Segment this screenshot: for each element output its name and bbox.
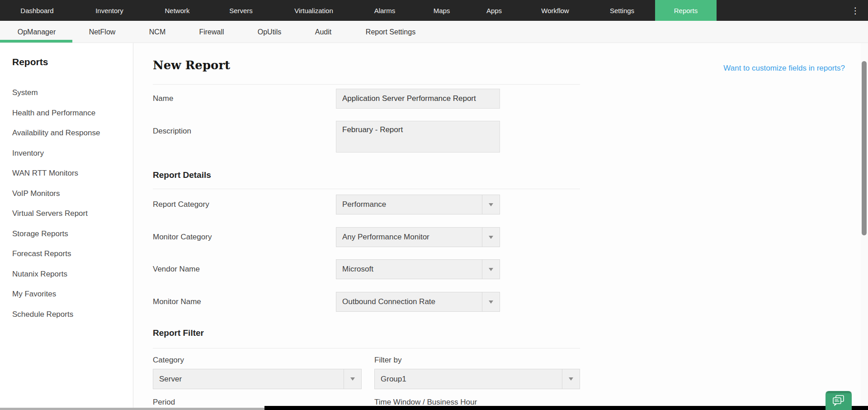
- reports-sidebar: Reports System Health and Performance Av…: [0, 43, 133, 410]
- sidebar-item-my-favorites[interactable]: My Favorites: [0, 284, 133, 305]
- sidebar-item-system[interactable]: System: [0, 83, 133, 103]
- vendor-name-dropdown[interactable]: Microsoft: [336, 259, 500, 279]
- page-title: New Report: [153, 58, 230, 72]
- period-label: Period: [153, 397, 175, 407]
- top-navbar: Dashboard Inventory Network Servers Virt…: [0, 0, 868, 21]
- monitor-category-dropdown[interactable]: Any Performance Monitor: [336, 227, 500, 247]
- nav-item-network[interactable]: Network: [165, 0, 189, 21]
- sidebar-item-inventory[interactable]: Inventory: [0, 143, 133, 164]
- category-label: Category: [153, 355, 184, 365]
- nav-item-dashboard[interactable]: Dashboard: [20, 0, 53, 21]
- report-details-heading: Report Details: [153, 170, 211, 180]
- nav-item-virtualization[interactable]: Virtualization: [294, 0, 333, 21]
- tab-firewall[interactable]: Firewall: [199, 21, 224, 43]
- sidebar-item-voip-monitors[interactable]: VoIP Monitors: [0, 184, 133, 204]
- report-filter-divider: [153, 348, 580, 348]
- name-label: Name: [153, 94, 173, 104]
- tab-report-settings[interactable]: Report Settings: [366, 21, 415, 43]
- report-filter-heading: Report Filter: [153, 328, 204, 338]
- nav-item-maps[interactable]: Maps: [434, 0, 450, 21]
- sidebar-item-forecast-reports[interactable]: Forecast Reports: [0, 244, 133, 264]
- title-divider: [153, 84, 580, 85]
- filter-by-value: Group1: [375, 369, 562, 389]
- category-dropdown[interactable]: Server: [153, 369, 362, 389]
- name-input[interactable]: [336, 89, 500, 109]
- kebab-menu-icon[interactable]: ⋮: [851, 0, 860, 21]
- sidebar-item-wan-rtt-monitors[interactable]: WAN RTT Monitors: [0, 163, 133, 184]
- sidebar-item-availability-and-response[interactable]: Availability and Response: [0, 123, 133, 143]
- chevron-down-icon[interactable]: [562, 369, 580, 389]
- nav-item-inventory[interactable]: Inventory: [95, 0, 123, 21]
- sidebar-title: Reports: [12, 57, 48, 67]
- report-category-value: Performance: [336, 195, 482, 214]
- tab-ncm[interactable]: NCM: [149, 21, 165, 43]
- nav-item-settings[interactable]: Settings: [610, 0, 634, 21]
- nav-item-reports-active[interactable]: Reports: [655, 0, 717, 21]
- chevron-down-icon[interactable]: [482, 195, 500, 214]
- vendor-name-value: Microsoft: [336, 260, 482, 279]
- nav-item-alarms[interactable]: Alarms: [374, 0, 396, 21]
- tab-oputils[interactable]: OpUtils: [258, 21, 281, 43]
- opmanager-new-report-page: Dashboard Inventory Network Servers Virt…: [0, 0, 868, 410]
- sidebar-item-nutanix-reports[interactable]: Nutanix Reports: [0, 264, 133, 285]
- bottom-black-bar: [264, 406, 868, 410]
- nav-item-apps[interactable]: Apps: [486, 0, 502, 21]
- active-tab-underline: [0, 40, 72, 43]
- sidebar-item-virtual-servers-report[interactable]: Virtual Servers Report: [0, 204, 133, 224]
- monitor-category-value: Any Performance Monitor: [336, 228, 482, 247]
- bottom-edge-strip: [0, 408, 264, 410]
- chevron-down-icon[interactable]: [482, 260, 500, 279]
- chat-bubbles-icon: [832, 395, 845, 406]
- sidebar-item-health-and-performance[interactable]: Health and Performance: [0, 103, 133, 124]
- customize-fields-link[interactable]: Want to customize fields in reports?: [723, 64, 845, 73]
- sidebar-list: System Health and Performance Availabili…: [0, 83, 133, 324]
- report-category-dropdown[interactable]: Performance: [336, 195, 500, 215]
- monitor-category-label: Monitor Category: [153, 232, 212, 242]
- nav-item-servers[interactable]: Servers: [229, 0, 253, 21]
- chevron-down-icon[interactable]: [344, 369, 361, 389]
- nav-item-workflow[interactable]: Workflow: [541, 0, 569, 21]
- scrollbar-thumb[interactable]: [862, 61, 867, 235]
- sidebar-item-schedule-reports[interactable]: Schedule Reports: [0, 305, 133, 325]
- filter-by-dropdown[interactable]: Group1: [374, 369, 580, 389]
- chevron-down-icon[interactable]: [482, 228, 500, 247]
- report-details-divider: [153, 189, 580, 189]
- description-textarea[interactable]: February - Report: [336, 121, 500, 153]
- chat-launcher-button[interactable]: [826, 391, 852, 410]
- sidebar-item-storage-reports[interactable]: Storage Reports: [0, 224, 133, 244]
- monitor-name-dropdown[interactable]: Outbound Connection Rate: [336, 292, 500, 312]
- chevron-down-icon[interactable]: [482, 292, 500, 311]
- monitor-name-label: Monitor Name: [153, 297, 201, 307]
- new-report-form: New Report Want to customize fields in r…: [133, 43, 868, 410]
- tab-netflow[interactable]: NetFlow: [89, 21, 116, 43]
- module-tabbar: OpManager NetFlow NCM Firewall OpUtils A…: [0, 21, 868, 43]
- description-label: Description: [153, 126, 191, 136]
- tab-audit[interactable]: Audit: [315, 21, 331, 43]
- report-category-label: Report Category: [153, 200, 209, 210]
- vendor-name-label: Vendor Name: [153, 264, 200, 274]
- filter-by-label: Filter by: [374, 355, 401, 365]
- monitor-name-value: Outbound Connection Rate: [336, 292, 482, 311]
- category-value: Server: [153, 369, 344, 389]
